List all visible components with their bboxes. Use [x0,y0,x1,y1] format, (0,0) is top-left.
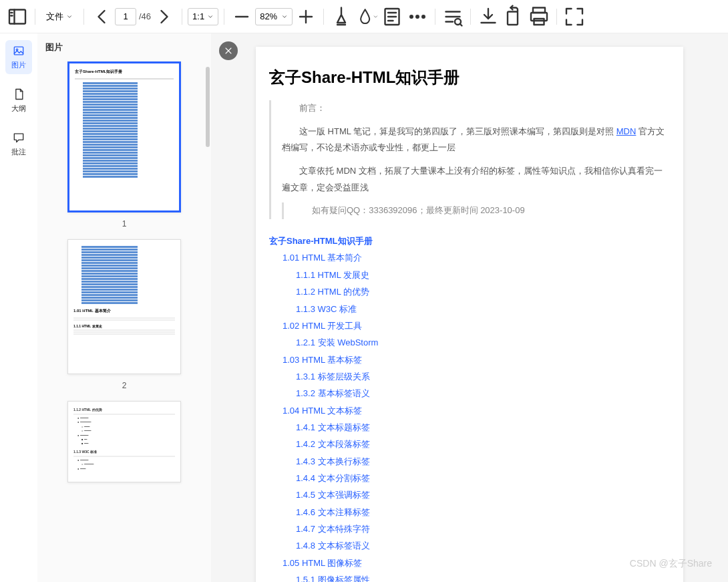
toc-entry[interactable]: 1.4.1 文本标题标签 [269,419,670,436]
svg-line-19 [460,23,462,25]
mdn-link[interactable]: MDN [616,126,636,136]
toc-entry[interactable]: 1.1.2 HTML 的优势 [269,283,670,300]
page-number-input[interactable] [115,8,136,25]
svg-rect-0 [9,9,25,23]
zoom-level-select[interactable]: 82% [255,8,293,25]
thumbnail-page-2[interactable]: 1.01 HTML 基本简介 1.1.1 HTML 发展史 [67,239,181,374]
tab-annotations[interactable]: 批注 [5,127,32,161]
thumb-page-number: 2 [45,381,203,390]
fit-mode-select[interactable]: 1:1 [188,8,218,25]
zoom-out-button[interactable] [230,5,254,29]
svg-rect-20 [508,11,518,25]
toc-entry[interactable]: 1.05 HTML 图像标签 [269,555,670,571]
sidebar-toggle-button[interactable] [5,5,29,29]
toc-entry[interactable]: 1.1.3 W3C 标准 [269,301,670,317]
main-area: 图片 大纲 批注 图片 玄子Share-HTML知识手册 1 1.01 HTML… [0,33,728,582]
svg-point-13 [416,15,419,18]
toolbar: 文件 /46 1:1 82% [0,0,728,33]
preface-paragraph: 这一版 HTML 笔记，算是我写的第四版了，第三版对照课本编写，第四版则是对照 … [282,124,670,156]
thumb-title-text: 玄子Share-HTML知识手册 [75,69,174,76]
text-tool-button[interactable] [380,5,404,29]
toc-entry[interactable]: 1.2.1 安装 WebStorm [269,334,670,351]
zoom-in-button[interactable] [294,5,318,29]
toc-entry[interactable]: 玄子Share-HTML知识手册 [269,233,670,249]
toc-entry[interactable]: 1.03 HTML 基本标签 [269,351,670,368]
thumb-heading: 1.01 HTML 基本简介 [73,308,175,315]
preface-note: 如有疑问QQ：3336392096；最终更新时间 2023-10-09 [282,202,670,219]
svg-rect-24 [14,47,23,55]
document-page: 玄子Share-HTML知识手册 前言： 这一版 HTML 笔记，算是我写的第四… [256,47,683,582]
search-button[interactable] [441,5,465,29]
toc-entry[interactable]: 1.4.2 文本段落标签 [269,436,670,452]
close-icon [223,45,234,56]
toc-entry[interactable]: 1.1.1 HTML 发展史 [269,267,670,283]
side-tabs: 图片 大纲 批注 [0,33,37,582]
preface-block: 前言： 这一版 HTML 笔记，算是我写的第四版了，第三版对照课本编写，第四版则… [269,100,670,219]
print-button[interactable] [527,5,551,29]
toc-entry[interactable]: 1.01 HTML 基本简介 [269,249,670,266]
ink-tool-button[interactable] [355,5,379,29]
fullscreen-button[interactable] [562,5,586,29]
thumb-heading: 1.1.2 HTML 的优势 [73,407,175,412]
tab-label: 批注 [11,147,26,157]
doc-title: 玄子Share-HTML知识手册 [269,67,670,88]
toc-entry[interactable]: 1.5.1 图像标签属性 [269,571,670,582]
toc-entry[interactable]: 1.4.4 文本分割标签 [269,470,670,486]
panel-scrollbar[interactable] [206,67,210,147]
watermark: CSDN @玄子Share [630,558,712,570]
svg-point-25 [16,49,18,51]
toc-entry[interactable]: 1.3.1 标签层级关系 [269,368,670,385]
toc-entry[interactable]: 1.4.7 文本特殊字符 [269,521,670,537]
thumb-subheading: 1.1.1 HTML 发展史 [73,323,175,329]
toc-entry[interactable]: 1.04 HTML 文本标签 [269,402,670,419]
page-total-label: /46 [139,11,151,21]
viewer-scroll-area[interactable]: 玄子Share-HTML知识手册 前言： 这一版 HTML 笔记，算是我写的第四… [211,33,728,582]
download-button[interactable] [476,5,500,29]
thumbnail-page-1[interactable]: 玄子Share-HTML知识手册 [67,61,181,212]
thumb-page-number: 1 [45,219,203,229]
panel-title: 图片 [45,41,203,53]
toc-entry[interactable]: 1.02 HTML 开发工具 [269,317,670,334]
toc-entry[interactable]: 1.4.8 文本标签语义 [269,537,670,554]
prev-page-button[interactable] [89,5,114,29]
rotate-button[interactable] [502,5,526,29]
tab-images[interactable]: 图片 [5,40,32,74]
svg-point-12 [410,15,413,18]
toc-entry[interactable]: 1.4.5 文本强调标签 [269,486,670,503]
highlight-tool-button[interactable] [329,5,353,29]
toc-entry[interactable]: 1.4.3 文本换行标签 [269,453,670,470]
close-panel-button[interactable] [219,41,238,60]
file-menu[interactable]: 文件 [41,11,78,23]
thumbnail-panel: 图片 玄子Share-HTML知识手册 1 1.01 HTML 基本简介 1.1… [37,33,211,582]
table-of-contents: 玄子Share-HTML知识手册1.01 HTML 基本简介1.1.1 HTML… [269,233,670,582]
comment-icon [12,131,25,144]
document-icon [12,88,25,101]
svg-point-14 [422,15,425,18]
thumbnail-page-3[interactable]: 1.1.2 HTML 的优势 ● ━━━━━━ ● ━━━━━━━━ ○ ━━━… [67,401,181,482]
tab-label: 图片 [11,60,26,70]
svg-rect-23 [534,19,544,25]
thumb-heading: 1.1.3 W3C 标准 [73,449,175,454]
next-page-button[interactable] [152,5,176,29]
more-tools-button[interactable] [405,5,429,29]
preface-paragraph: 文章依托 MDN 文档，拓展了大量课本上没有介绍的标签，属性等知识点，我相信你认… [282,163,670,196]
tab-outline[interactable]: 大纲 [5,84,32,118]
toc-entry[interactable]: 1.4.6 文本注释标签 [269,504,670,521]
document-viewer: 玄子Share-HTML知识手册 前言： 这一版 HTML 笔记，算是我写的第四… [211,33,728,582]
tab-label: 大纲 [11,104,26,114]
toc-entry[interactable]: 1.3.2 基本标签语义 [269,385,670,402]
preface-label: 前言： [282,100,670,117]
image-icon [12,44,25,57]
